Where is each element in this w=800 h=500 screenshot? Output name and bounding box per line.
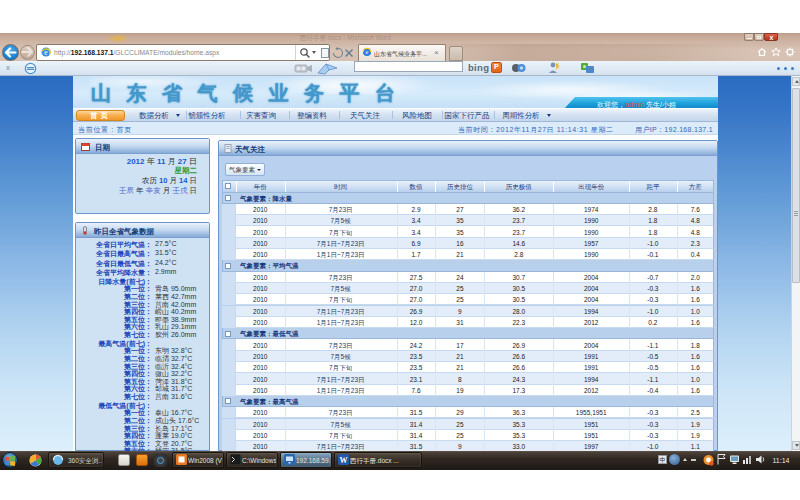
svg-text:e: e: [366, 48, 369, 55]
svg-text:W: W: [340, 456, 348, 465]
